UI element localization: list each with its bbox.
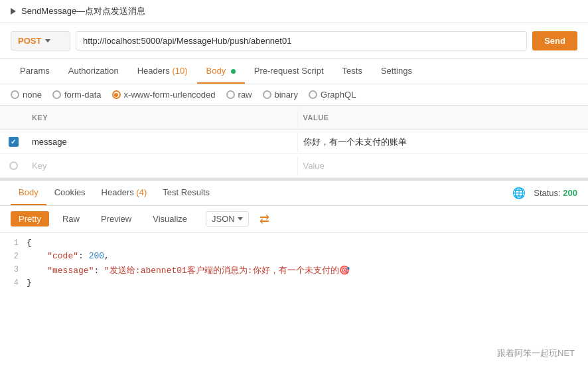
globe-icon: 🌐 [512,187,526,199]
table-row: message 你好，有一个未支付的账单 [0,130,588,154]
response-tab-headers[interactable]: Headers (4) [94,181,155,205]
radio-none-circle [11,90,19,99]
content-type-label: JSON [212,214,235,224]
format-preview-button[interactable]: Preview [93,211,139,227]
code-line-3: 3 "message": "发送给:abennet01客户端的消息为:你好，有一… [0,264,588,278]
table-section: KEY VALUE message 你好，有一个未支付的账单 Key Value [0,106,588,179]
method-select[interactable]: POST [11,31,70,50]
tab-params[interactable]: Params [11,59,59,84]
col-desc-header [568,110,588,126]
request-tabs-nav: Params Authorization Headers (10) Body P… [0,59,588,84]
status-code: 200 [563,188,577,198]
watermark: 跟着阿笨一起玩NET [497,347,575,359]
radio-urlencoded-circle [112,90,121,99]
code-line-1: 1 { [0,238,588,251]
line-content-2: "code": 200, [27,251,588,261]
status-label: Status: 200 [534,188,577,198]
radio-none-label: none [23,90,42,100]
response-tab-cookies[interactable]: Cookies [46,181,94,205]
row1-value[interactable]: 你好，有一个未支付的账单 [297,132,569,152]
json-chevron-icon [238,217,243,221]
tab-headers[interactable]: Headers (10) [128,59,197,84]
wrap-icon[interactable]: ⇄ [259,212,269,227]
checkbox-checked-icon [9,137,19,147]
col-check-header [0,110,27,126]
content-type-select[interactable]: JSON [206,211,249,227]
row2-value[interactable]: Value [297,157,569,175]
col-key-header: KEY [27,110,297,126]
radio-graphql[interactable]: GraphQL [309,90,356,100]
code-area: 1 { 2 "code": 200, 3 "message": "发送给:abe… [0,232,588,296]
row1-key[interactable]: message [27,133,297,151]
response-format-bar: Pretty Raw Preview Visualize JSON ⇄ [0,206,588,232]
line-num-2: 2 [0,251,27,261]
format-visualize-button[interactable]: Visualize [145,211,195,227]
tab-body[interactable]: Body [197,59,245,84]
url-bar-section: POST Send [0,23,588,59]
method-label: POST [18,36,41,46]
radio-raw-circle [226,90,235,99]
response-status-area: 🌐 Status: 200 [512,187,577,199]
expand-icon[interactable] [11,8,16,15]
radio-raw-label: raw [238,90,252,100]
row2-value-placeholder: Value [303,161,325,171]
row2-check[interactable] [0,161,27,170]
response-headers-badge: (4) [136,187,147,197]
response-tabs-nav: Body Cookies Headers (4) Test Results 🌐 … [0,181,588,206]
url-input[interactable] [76,31,527,50]
top-section: SendMessage—点对点发送消息 [0,0,588,23]
format-pretty-button[interactable]: Pretty [11,211,49,227]
radio-binary-circle [263,90,271,99]
radio-urlencoded[interactable]: x-www-form-urlencoded [112,90,216,100]
radio-urlencoded-label: x-www-form-urlencoded [124,90,216,100]
radio-none[interactable]: none [11,90,42,100]
headers-badge: (10) [172,66,187,76]
radio-graphql-label: GraphQL [321,90,356,100]
row2-key[interactable]: Key [27,157,297,175]
line-num-1: 1 [0,238,27,248]
radio-binary[interactable]: binary [263,90,298,100]
send-button[interactable]: Send [532,31,577,50]
radio-form-data[interactable]: form-data [52,90,102,100]
table-header-row: KEY VALUE [0,106,588,130]
code-line-4: 4 } [0,278,588,291]
row2-check-circle [9,161,18,170]
radio-graphql-circle [309,90,317,99]
radio-form-data-circle [52,90,61,99]
response-tab-test-results[interactable]: Test Results [155,181,218,205]
line-content-4: } [27,278,588,288]
tab-prerequest[interactable]: Pre-request Script [245,59,333,84]
line-content-1: { [27,238,588,248]
response-section: Body Cookies Headers (4) Test Results 🌐 … [0,179,588,296]
radio-binary-label: binary [275,90,298,100]
page-title: SendMessage—点对点发送消息 [21,5,145,17]
tab-authorization[interactable]: Authorization [59,59,128,84]
tab-settings[interactable]: Settings [372,59,421,84]
body-dot [231,69,236,74]
body-type-row: none form-data x-www-form-urlencoded raw… [0,84,588,106]
response-tab-body[interactable]: Body [11,181,46,205]
radio-raw[interactable]: raw [226,90,252,100]
code-line-2: 2 "code": 200, [0,251,588,264]
radio-form-data-label: form-data [64,90,102,100]
format-raw-button[interactable]: Raw [54,211,88,227]
row2-key-placeholder: Key [32,161,46,171]
line-content-3: "message": "发送给:abennet01客户端的消息为:你好，有一个未… [27,264,588,276]
col-value-header: VALUE [297,110,569,126]
row1-check[interactable] [0,137,27,147]
line-num-4: 4 [0,278,27,288]
tab-tests[interactable]: Tests [333,59,372,84]
chevron-down-icon [45,39,50,43]
line-num-3: 3 [0,264,27,274]
table-row: Key Value [0,154,588,178]
